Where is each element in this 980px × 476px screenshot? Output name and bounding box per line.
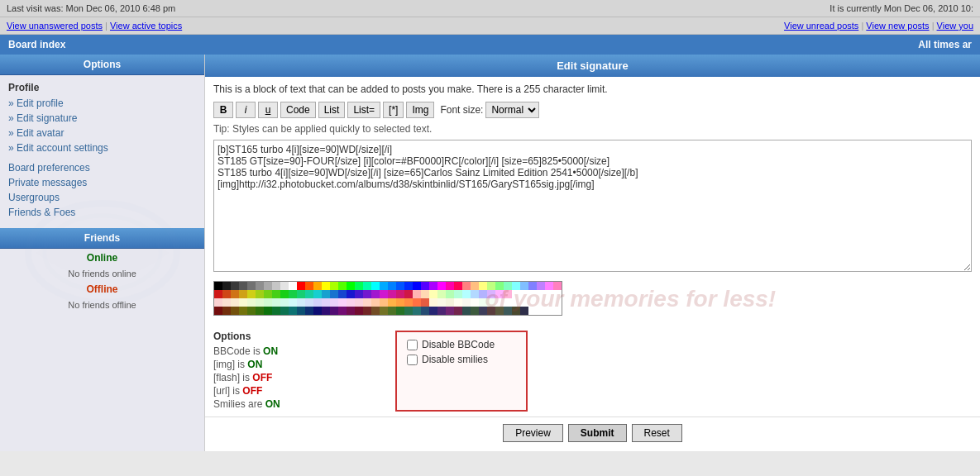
palette-cell[interactable]	[247, 282, 256, 290]
edit-account-link[interactable]: » Edit account settings	[8, 142, 108, 154]
palette-cell[interactable]	[264, 282, 272, 290]
palette-cell[interactable]	[330, 307, 338, 315]
palette-cell[interactable]	[222, 307, 231, 315]
palette-cell[interactable]	[520, 282, 528, 290]
palette-cell[interactable]	[247, 307, 256, 315]
palette-cell[interactable]	[330, 282, 338, 290]
palette-cell[interactable]	[421, 282, 429, 290]
palette-cell[interactable]	[289, 298, 297, 307]
palette-cell[interactable]	[437, 290, 446, 298]
view-unanswered-link[interactable]: View unanswered posts	[7, 21, 103, 31]
disable-smilies-checkbox[interactable]	[407, 355, 418, 365]
submit-button[interactable]: Submit	[568, 424, 627, 442]
palette-cell[interactable]	[471, 282, 479, 290]
palette-cell[interactable]	[396, 290, 404, 298]
palette-cell[interactable]	[264, 290, 272, 298]
palette-cell[interactable]	[437, 298, 446, 307]
palette-cell[interactable]	[504, 307, 512, 315]
palette-cell[interactable]	[313, 307, 322, 315]
usergroups-link[interactable]: Usergroups	[8, 192, 60, 203]
palette-cell[interactable]	[297, 298, 305, 307]
palette-cell[interactable]	[297, 290, 305, 298]
palette-cell[interactable]	[446, 307, 454, 315]
palette-cell[interactable]	[355, 307, 363, 315]
palette-cell[interactable]	[338, 282, 347, 290]
palette-cell[interactable]	[429, 298, 437, 307]
palette-cell[interactable]	[347, 282, 355, 290]
palette-cell[interactable]	[528, 282, 537, 290]
font-size-select[interactable]: Normal Small Tiny Large Huge	[485, 102, 539, 118]
palette-cell[interactable]	[355, 298, 363, 307]
palette-cell[interactable]	[380, 282, 388, 290]
palette-cell[interactable]	[446, 290, 454, 298]
palette-cell[interactable]	[413, 290, 421, 298]
edit-profile-link[interactable]: » Edit profile	[8, 98, 64, 109]
palette-cell[interactable]	[380, 290, 388, 298]
palette-cell[interactable]	[454, 307, 462, 315]
reset-button[interactable]: Reset	[632, 424, 682, 442]
palette-cell[interactable]	[305, 307, 313, 315]
palette-cell[interactable]	[462, 282, 471, 290]
palette-cell[interactable]	[222, 298, 231, 307]
palette-cell[interactable]	[380, 298, 388, 307]
palette-cell[interactable]	[388, 307, 396, 315]
palette-cell[interactable]	[322, 282, 330, 290]
palette-cell[interactable]	[487, 307, 495, 315]
palette-cell[interactable]	[404, 290, 413, 298]
palette-cell[interactable]	[413, 282, 421, 290]
star-button[interactable]: [*]	[383, 102, 404, 118]
italic-button[interactable]: i	[236, 102, 256, 118]
palette-cell[interactable]	[437, 307, 446, 315]
palette-cell[interactable]	[305, 290, 313, 298]
palette-cell[interactable]	[313, 290, 322, 298]
palette-cell[interactable]	[487, 290, 495, 298]
palette-cell[interactable]	[231, 290, 239, 298]
palette-cell[interactable]	[222, 290, 231, 298]
palette-cell[interactable]	[347, 307, 355, 315]
listitem-button[interactable]: List=	[347, 102, 380, 118]
palette-cell[interactable]	[256, 307, 264, 315]
palette-cell[interactable]	[495, 290, 504, 298]
palette-cell[interactable]	[446, 298, 454, 307]
palette-cell[interactable]	[272, 307, 280, 315]
palette-cell[interactable]	[421, 298, 429, 307]
palette-cell[interactable]	[256, 298, 264, 307]
code-button[interactable]: Code	[280, 102, 316, 118]
palette-cell[interactable]	[454, 298, 462, 307]
palette-cell[interactable]	[297, 307, 305, 315]
palette-cell[interactable]	[239, 307, 247, 315]
palette-cell[interactable]	[396, 307, 404, 315]
palette-cell[interactable]	[471, 298, 479, 307]
palette-cell[interactable]	[338, 290, 347, 298]
palette-cell[interactable]	[363, 298, 371, 307]
palette-cell[interactable]	[487, 282, 495, 290]
palette-cell[interactable]	[504, 290, 512, 298]
sidebar-item-edit-avatar[interactable]: » Edit avatar	[0, 126, 204, 140]
sidebar-item-edit-profile[interactable]: » Edit profile	[0, 96, 204, 111]
palette-cell[interactable]	[280, 290, 289, 298]
palette-cell[interactable]	[553, 282, 562, 290]
palette-cell[interactable]	[471, 290, 479, 298]
sidebar-item-private-messages[interactable]: Private messages	[0, 175, 204, 190]
palette-cell[interactable]	[313, 298, 322, 307]
palette-cell[interactable]	[479, 282, 487, 290]
palette-cell[interactable]	[305, 298, 313, 307]
palette-cell[interactable]	[363, 290, 371, 298]
palette-cell[interactable]	[231, 307, 239, 315]
palette-cell[interactable]	[355, 282, 363, 290]
palette-cell[interactable]	[462, 290, 471, 298]
palette-cell[interactable]	[280, 298, 289, 307]
palette-cell[interactable]	[413, 298, 421, 307]
palette-cell[interactable]	[495, 307, 504, 315]
underline-button[interactable]: u	[258, 102, 278, 118]
palette-cell[interactable]	[413, 307, 421, 315]
sidebar-item-usergroups[interactable]: Usergroups	[0, 190, 204, 205]
palette-cell[interactable]	[471, 307, 479, 315]
palette-cell[interactable]	[421, 307, 429, 315]
palette-cell[interactable]	[330, 290, 338, 298]
palette-cell[interactable]	[231, 282, 239, 290]
palette-cell[interactable]	[247, 290, 256, 298]
palette-cell[interactable]	[264, 307, 272, 315]
palette-cell[interactable]	[495, 282, 504, 290]
palette-cell[interactable]	[363, 282, 371, 290]
